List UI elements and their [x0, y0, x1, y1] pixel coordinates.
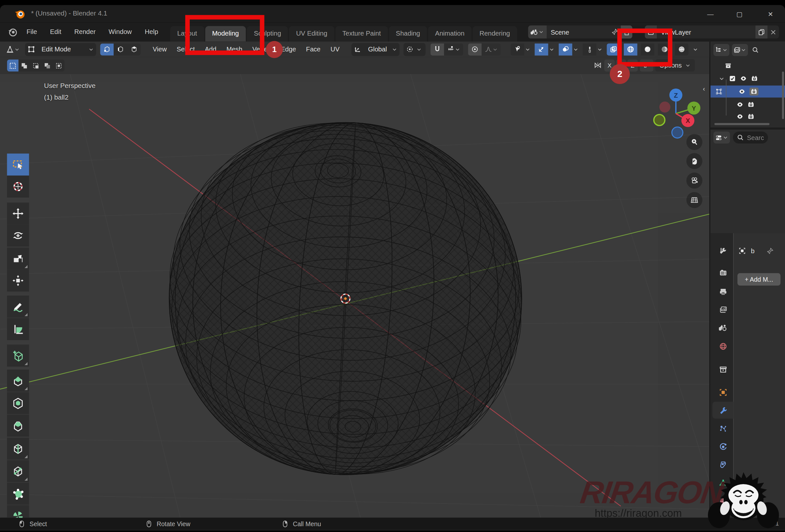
editmode-data-icon[interactable]: [715, 88, 723, 95]
object-row[interactable]: [711, 111, 785, 123]
grid-ortho-icon[interactable]: [686, 192, 702, 208]
checkbox-icon[interactable]: [729, 75, 736, 82]
edge-select-mode-button[interactable]: [113, 43, 127, 55]
tool-move[interactable]: [7, 203, 29, 224]
properties-tab-object[interactable]: [712, 383, 734, 401]
select-option-intersect[interactable]: [53, 59, 65, 72]
camera-icon[interactable]: [751, 75, 758, 82]
eye-icon[interactable]: [736, 113, 743, 120]
pan-hand-icon[interactable]: [686, 153, 702, 169]
axis-neg-x-ball[interactable]: [659, 102, 670, 112]
menu-window[interactable]: Window: [104, 26, 136, 37]
mode-dropdown[interactable]: Edit Mode: [25, 43, 96, 56]
viewport-menu-face[interactable]: Face: [301, 44, 326, 55]
filter-photos-icon[interactable]: [732, 44, 748, 56]
show-overlays-toggle[interactable]: [559, 43, 579, 55]
properties-tab-particles[interactable]: [712, 420, 734, 437]
tool-bevel[interactable]: [7, 415, 29, 436]
scene-name[interactable]: Scene: [547, 28, 609, 35]
workspace-tab-rendering[interactable]: Rendering: [473, 26, 517, 42]
blender-app-menu-icon[interactable]: [7, 27, 18, 37]
tool-poly-build[interactable]: [7, 482, 29, 505]
outliner-hscrollbar[interactable]: [714, 123, 769, 125]
vertex-select-mode-button[interactable]: [100, 43, 113, 55]
select-option-invert[interactable]: [42, 59, 53, 72]
active-object-row[interactable]: [711, 85, 785, 97]
menu-help[interactable]: Help: [140, 26, 162, 37]
select-option-extend[interactable]: [19, 59, 30, 72]
select-option-set[interactable]: [7, 59, 19, 72]
select-option-subtract[interactable]: [30, 59, 42, 72]
axis-neg-z-ball[interactable]: [672, 127, 683, 138]
chevron-icon[interactable]: [718, 75, 725, 82]
object-row[interactable]: [711, 99, 785, 111]
properties-tab-render[interactable]: [712, 264, 734, 282]
camera-view-icon[interactable]: [686, 173, 702, 189]
pivot-dropdown[interactable]: [404, 43, 426, 56]
workspace-tab-shading[interactable]: Shading: [389, 26, 427, 42]
display-mode-tree-icon[interactable]: [713, 44, 729, 56]
add-modifier-button[interactable]: + Add M...: [737, 273, 781, 286]
screen-icon[interactable]: [740, 75, 747, 82]
scene-collection-row[interactable]: [711, 59, 785, 72]
camera-icon[interactable]: [750, 88, 758, 96]
camera-icon[interactable]: [748, 113, 755, 120]
snap-magnet-icon[interactable]: [431, 43, 444, 55]
minimize-button[interactable]: —: [702, 8, 719, 20]
pin-icon[interactable]: [766, 247, 774, 255]
properties-tab-collection[interactable]: [712, 361, 734, 378]
tool-rotate[interactable]: [7, 224, 29, 246]
properties-tab-world[interactable]: [712, 338, 734, 355]
properties-tab-tool[interactable]: [712, 242, 734, 259]
properties-tab-physics[interactable]: [712, 438, 734, 455]
tool-cursor-3d[interactable]: [7, 176, 29, 197]
properties-tab-view-layer[interactable]: [712, 301, 734, 318]
zoom-icon[interactable]: [686, 134, 702, 150]
tool-inset-faces[interactable]: [7, 392, 29, 414]
viewport-3d[interactable]: User Perspective (1) ball2 Z Y X ‹: [0, 74, 709, 518]
gizmo-visibility-dropdown[interactable]: [511, 43, 531, 55]
shading-rendered-button[interactable]: [675, 43, 688, 55]
workspace-tab-texture-paint[interactable]: Texture Paint: [335, 26, 388, 42]
search-icon[interactable]: [750, 44, 760, 56]
menu-render[interactable]: Render: [70, 26, 100, 37]
region-collapse-arrow[interactable]: ‹: [703, 85, 705, 92]
face-select-mode-button[interactable]: [127, 43, 141, 55]
properties-search-input[interactable]: Searc: [733, 132, 768, 143]
collection-row[interactable]: [711, 73, 785, 84]
tool-box-select[interactable]: [7, 154, 29, 176]
tool-transform[interactable]: [7, 270, 29, 292]
copy-icon[interactable]: [756, 26, 767, 38]
mesh-edit-overlay-dropdown[interactable]: [583, 43, 603, 55]
close-icon[interactable]: [767, 26, 779, 38]
tool-extrude-region[interactable]: [7, 370, 29, 392]
tool-scale[interactable]: [7, 248, 29, 270]
tool-loop-cut[interactable]: [7, 437, 29, 459]
properties-editor-type-icon[interactable]: [713, 132, 730, 143]
tool-add-cube[interactable]: [7, 345, 29, 367]
orientation-dropdown[interactable]: Global: [352, 43, 400, 56]
tool-knife[interactable]: [7, 460, 29, 482]
scene-selector[interactable]: Scene: [528, 26, 633, 38]
maximize-button[interactable]: ▢: [731, 8, 748, 20]
eye-icon[interactable]: [738, 88, 745, 95]
tool-annotate[interactable]: [7, 296, 29, 318]
workspace-tab-animation[interactable]: Animation: [428, 26, 471, 42]
workspace-tab-uv-editing[interactable]: UV Editing: [289, 26, 334, 42]
tool-measure[interactable]: [7, 318, 29, 340]
collection-box-icon[interactable]: [725, 62, 732, 69]
editor-type-icon[interactable]: [6, 45, 20, 53]
eye-icon[interactable]: [736, 101, 743, 108]
show-gizmo-toggle[interactable]: [535, 43, 555, 55]
outliner-vscrollbar[interactable]: [782, 72, 784, 119]
shading-dropdown[interactable]: [692, 43, 699, 55]
navigation-gizmo[interactable]: Z Y X: [646, 81, 706, 142]
camera-icon[interactable]: [748, 101, 755, 108]
tool-spin[interactable]: [7, 505, 29, 518]
close-button[interactable]: ✕: [762, 8, 779, 20]
falloff-dropdown[interactable]: [482, 43, 501, 55]
menu-edit[interactable]: Edit: [46, 26, 66, 37]
properties-tab-modifiers[interactable]: [712, 402, 734, 419]
properties-tab-scene[interactable]: [712, 319, 734, 336]
snap-target-dropdown[interactable]: [444, 43, 463, 55]
